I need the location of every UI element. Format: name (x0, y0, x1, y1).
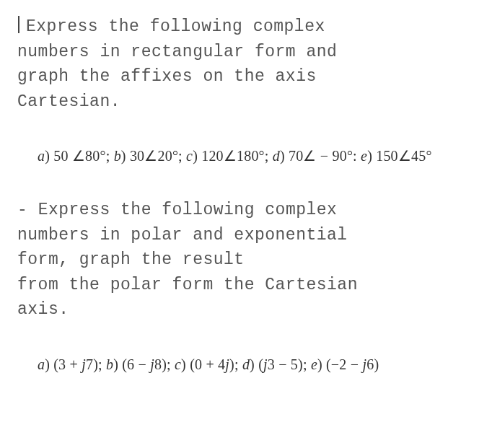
math2-a-label: a (38, 356, 45, 372)
problem-1-math: a) 50 ∠80°; b) 30∠20°; c) 120∠180°; d) 7… (38, 146, 475, 166)
problem-2-math: a) (3 + j7); b) (6 − j8); c) (0 + 4j); d… (38, 354, 475, 374)
math1-b-label: b (114, 148, 121, 164)
math2-b-label: b (106, 356, 113, 372)
problem-1-line3: graph the affixes on the axis (17, 64, 475, 89)
math2-c-label: c (175, 356, 181, 372)
problem-2-bullet: - (17, 201, 27, 219)
problem-2-text: - Express the following complex numbers … (17, 198, 475, 322)
math1-d-label: d (273, 148, 280, 164)
problem-1-line2: numbers in rectangular form and (17, 40, 475, 65)
math1-c-label: c (186, 148, 193, 164)
problem-2-line3: form, graph the result (17, 247, 475, 273)
problem-1-text: Express the following complex numbers in… (17, 14, 475, 114)
math2-d-label: d (242, 356, 250, 372)
math2-e-label: e (311, 356, 317, 372)
problem-2-line2: numbers in polar and exponential (17, 223, 475, 248)
problem-1-line4: Cartesian. (17, 89, 475, 115)
math1-e-label: e (361, 148, 367, 164)
math1-a-label: a (38, 148, 45, 164)
problem-1-line1: Express the following complex (26, 17, 325, 36)
problem-2-line5: axis. (17, 297, 475, 322)
problem-2-line1: Express the following complex (38, 201, 338, 219)
problem-2-line4: from the polar form the Cartesian (17, 273, 475, 298)
